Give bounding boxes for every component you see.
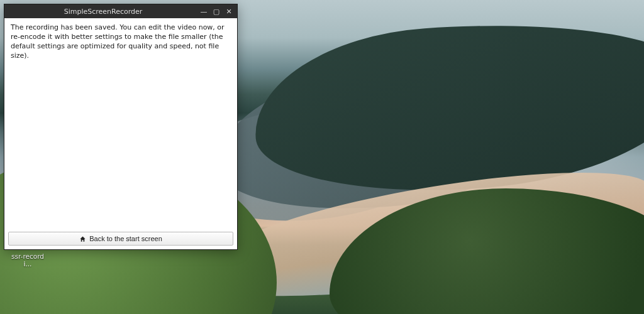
home-icon xyxy=(79,236,86,242)
minimize-button[interactable]: — xyxy=(198,6,209,16)
desktop-file-label: ssr-recordi... xyxy=(8,253,48,268)
minimize-icon: — xyxy=(201,8,208,15)
video-file-icon xyxy=(15,251,40,252)
window-content: The recording has been saved. You can ed… xyxy=(4,18,237,230)
back-to-start-button[interactable]: Back to the start screen xyxy=(8,232,233,246)
close-icon: ✕ xyxy=(226,8,231,15)
desktop-wallpaper: ssr-recordi... SimpleScreenRecorder — ▢ … xyxy=(0,0,644,314)
content-spacer xyxy=(11,60,231,226)
window-footer: Back to the start screen xyxy=(4,230,237,249)
window-title: SimpleScreenRecorder xyxy=(8,8,198,16)
window-controls: — ▢ ✕ xyxy=(198,6,235,16)
save-confirmation-text: The recording has been saved. You can ed… xyxy=(11,23,231,60)
back-button-label: Back to the start screen xyxy=(89,235,162,242)
maximize-button[interactable]: ▢ xyxy=(211,6,222,16)
desktop-file-icon[interactable]: ssr-recordi... xyxy=(8,251,48,268)
app-window: SimpleScreenRecorder — ▢ ✕ The recording… xyxy=(4,4,238,250)
maximize-icon: ▢ xyxy=(213,8,219,15)
close-button[interactable]: ✕ xyxy=(223,6,235,16)
window-titlebar[interactable]: SimpleScreenRecorder — ▢ ✕ xyxy=(4,4,237,18)
